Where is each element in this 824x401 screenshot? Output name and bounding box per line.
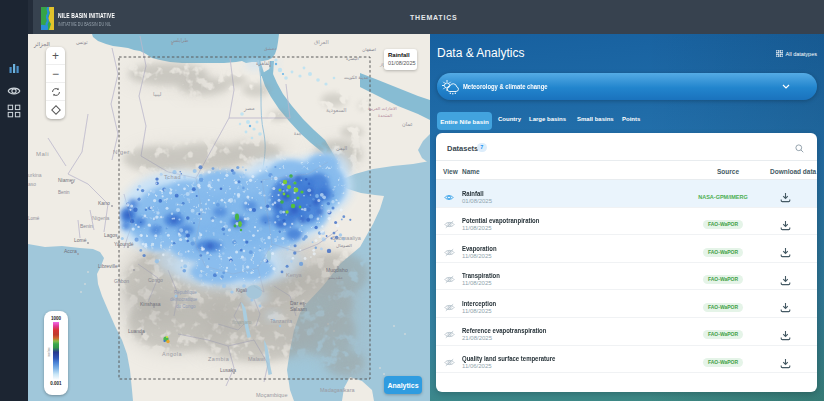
svg-text:Madagasikara: Madagasikara: [320, 387, 355, 393]
svg-text:البصرة: البصرة: [346, 56, 359, 61]
svg-text:المتحدة: المتحدة: [378, 113, 392, 118]
svg-text:السعودية: السعودية: [326, 107, 347, 114]
svg-text:Mali: Mali: [36, 151, 49, 157]
svg-text:République: République: [174, 290, 197, 295]
svg-text:Niamey: Niamey: [58, 177, 75, 183]
svg-text:Kenya: Kenya: [286, 272, 303, 278]
svg-text:Libreville: Libreville: [98, 263, 118, 269]
svg-text:démocratique: démocratique: [170, 297, 198, 302]
svg-text:Moçambique: Moçambique: [256, 392, 288, 398]
svg-text:Lomé: Lomé: [74, 237, 87, 243]
svg-text:aso: aso: [28, 181, 36, 187]
svg-text:Congo: Congo: [148, 277, 163, 283]
svg-text:جدة: جدة: [294, 131, 302, 136]
svg-text:ilimanjaro: ilimanjaro: [232, 320, 252, 325]
svg-text:Kinshasa: Kinshasa: [140, 301, 161, 307]
svg-text:عمان: عمان: [402, 121, 413, 127]
svg-text:تونس: تونس: [76, 39, 88, 45]
svg-text:دمشق: دمشق: [264, 46, 276, 51]
svg-text:urkina: urkina: [28, 172, 42, 178]
svg-text:Niger: Niger: [113, 149, 130, 155]
svg-text:مصر: مصر: [243, 105, 255, 112]
svg-text:du Congo: du Congo: [176, 304, 196, 309]
svg-text:اليمن: اليمن: [336, 145, 347, 151]
svg-text:Angola: Angola: [162, 351, 183, 357]
svg-text:Kano: Kano: [98, 200, 110, 206]
svg-text:Tanzania: Tanzania: [270, 318, 293, 324]
svg-text:Lomé: Lomé: [28, 216, 40, 221]
svg-text:طرابلس: طرابلس: [171, 37, 189, 43]
svg-text:Lagos: Lagos: [104, 232, 118, 238]
svg-text:Tchad: Tchad: [164, 174, 181, 180]
svg-text:Gabon: Gabon: [114, 278, 129, 284]
svg-text:Yaoundé: Yaoundé: [114, 241, 134, 247]
svg-text:Soomaaliya: Soomaaliya: [332, 235, 362, 241]
svg-text:مدينة الكويت: مدينة الكويت: [344, 75, 369, 80]
svg-text:ليبيا: ليبيا: [153, 91, 162, 97]
svg-text:Muqdisho: Muqdisho: [326, 267, 348, 273]
svg-text:الصومال: الصومال: [336, 243, 352, 248]
svg-text:Salaam: Salaam: [290, 306, 307, 312]
svg-text:Zambia: Zambia: [208, 356, 230, 362]
svg-text:القاهرة: القاهرة: [256, 60, 271, 66]
svg-text:مقديشو: مقديشو: [327, 275, 343, 280]
svg-text:Lusaka: Lusaka: [220, 367, 236, 373]
svg-text:اصفهان: اصفهان: [362, 47, 376, 52]
svg-text:Kigali: Kigali: [236, 288, 247, 293]
svg-text:Benin: Benin: [80, 223, 93, 229]
svg-text:Benin: Benin: [58, 190, 70, 195]
svg-text:الامارات العربية: الامارات العربية: [368, 106, 397, 111]
svg-text:Nigeria: Nigeria: [92, 215, 110, 221]
svg-text:Malawi: Malawi: [248, 356, 265, 362]
svg-text:Luanda: Luanda: [128, 328, 145, 334]
svg-text:Accra: Accra: [64, 248, 77, 254]
svg-text:العراق: العراق: [314, 39, 329, 46]
